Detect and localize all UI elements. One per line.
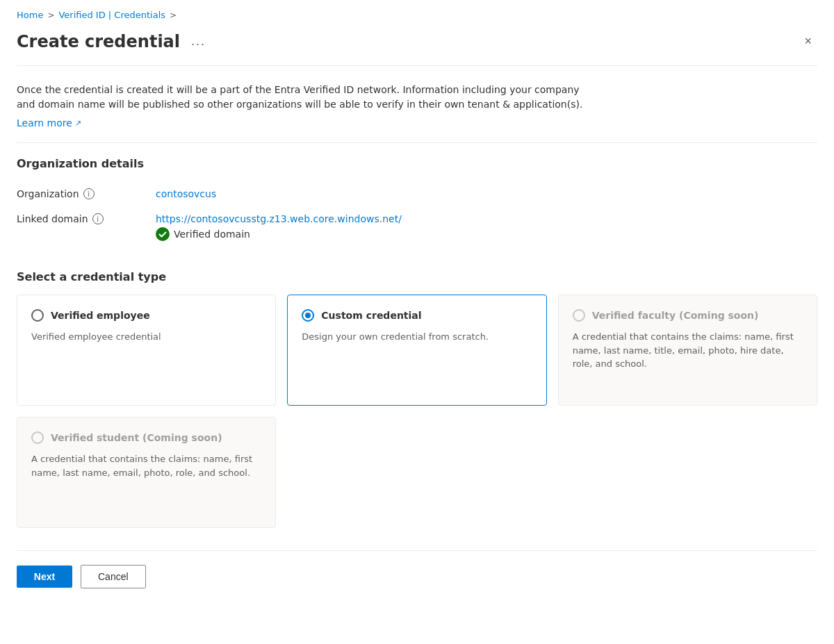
card-header-verified-faculty: Verified faculty (Coming soon): [573, 309, 803, 322]
ellipsis-button[interactable]: ...: [187, 33, 210, 50]
card-title-verified-faculty: Verified faculty (Coming soon): [592, 310, 759, 321]
credential-card-verified-student: Verified student (Coming soon) A credent…: [17, 417, 276, 528]
card-header-verified-student: Verified student (Coming soon): [31, 431, 261, 444]
org-details-section: Organization details Organization i cont…: [17, 143, 817, 270]
card-desc-verified-faculty: A credential that contains the claims: n…: [573, 330, 803, 371]
info-section: Once the credential is created it will b…: [17, 66, 817, 142]
radio-custom[interactable]: [302, 309, 314, 322]
credential-type-title: Select a credential type: [17, 270, 817, 283]
card-desc-verified-employee: Verified employee credential: [31, 330, 261, 344]
page-title: Create credential: [17, 32, 180, 51]
check-circle-icon: [156, 227, 170, 241]
breadcrumb-separator-1: >: [47, 10, 54, 20]
page-header: Create credential ... ×: [17, 26, 817, 66]
card-title-custom: Custom credential: [321, 310, 421, 321]
org-info-icon[interactable]: i: [83, 188, 95, 199]
breadcrumb-separator-2: >: [170, 10, 177, 20]
card-desc-custom: Design your own credential from scratch.: [302, 330, 532, 344]
card-header-verified-employee: Verified employee: [31, 309, 261, 322]
footer: Next Cancel: [17, 550, 817, 600]
linked-domain-value: https://contosovcusstg.z13.web.core.wind…: [156, 213, 402, 241]
learn-more-link[interactable]: Learn more ↗: [17, 117, 81, 129]
credential-card-custom[interactable]: Custom credential Design your own creden…: [287, 295, 546, 406]
linked-domain-row: Linked domain i https://contosovcusstg.z…: [17, 206, 817, 248]
info-description: Once the credential is created it will b…: [17, 83, 587, 112]
card-header-custom: Custom credential: [302, 309, 532, 322]
card-title-verified-student: Verified student (Coming soon): [51, 432, 222, 443]
credential-cards-row1: Verified employee Verified employee cred…: [17, 295, 817, 406]
radio-verified-employee[interactable]: [31, 309, 44, 322]
radio-verified-faculty: [573, 309, 585, 322]
breadcrumb: Home > Verified ID | Credentials >: [17, 0, 817, 26]
credential-card-verified-faculty: Verified faculty (Coming soon) A credent…: [558, 295, 817, 406]
svg-point-0: [156, 227, 170, 241]
org-value: contosovcus: [156, 188, 216, 199]
cancel-button[interactable]: Cancel: [81, 565, 146, 588]
linked-domain-info-icon[interactable]: i: [92, 213, 104, 224]
close-button[interactable]: ×: [799, 31, 817, 51]
external-link-icon: ↗: [75, 119, 81, 128]
org-label-text: Organization: [17, 188, 79, 199]
org-link[interactable]: contosovcus: [156, 188, 216, 199]
credential-type-section: Select a credential type Verified employ…: [17, 270, 817, 550]
radio-verified-student: [31, 431, 44, 444]
credential-cards-row2: Verified student (Coming soon) A credent…: [17, 417, 817, 528]
verified-badge: Verified domain: [156, 227, 402, 241]
org-section-title: Organization details: [17, 157, 817, 170]
card-title-verified-employee: Verified employee: [51, 310, 150, 321]
next-button[interactable]: Next: [17, 565, 72, 588]
credential-card-verified-employee[interactable]: Verified employee Verified employee cred…: [17, 295, 276, 406]
breadcrumb-home[interactable]: Home: [17, 10, 43, 20]
linked-domain-link[interactable]: https://contosovcusstg.z13.web.core.wind…: [156, 213, 402, 224]
org-row: Organization i contosovcus: [17, 181, 817, 206]
card-desc-verified-student: A credential that contains the claims: n…: [31, 452, 261, 479]
linked-domain-label-text: Linked domain: [17, 213, 88, 224]
verified-domain-text: Verified domain: [174, 229, 250, 240]
breadcrumb-credentials[interactable]: Verified ID | Credentials: [58, 10, 165, 20]
